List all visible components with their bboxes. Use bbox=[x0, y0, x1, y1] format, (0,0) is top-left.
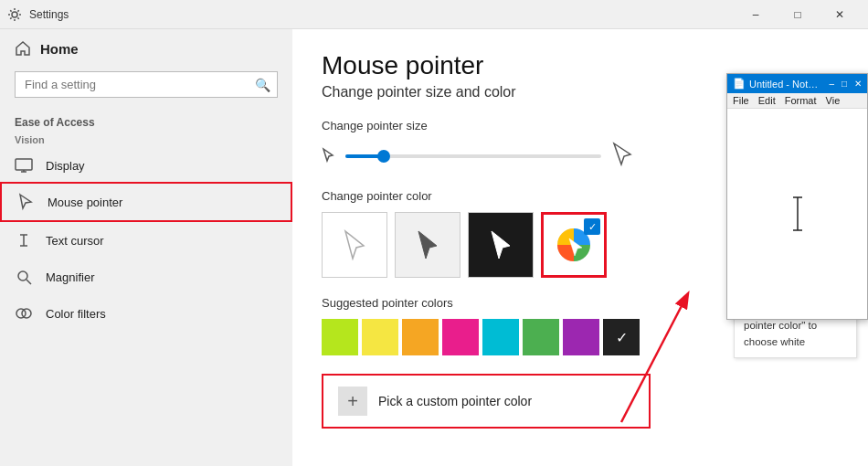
maximize-btn[interactable]: □ bbox=[777, 0, 819, 29]
search-icon: 🔍 bbox=[255, 78, 270, 92]
selected-color-indicator: ✓ bbox=[603, 319, 640, 355]
swatch-custom[interactable]: ✓ bbox=[541, 212, 607, 278]
custom-selected-check: ✓ bbox=[584, 218, 600, 235]
sidebar-home[interactable]: Home bbox=[0, 29, 292, 68]
sidebar-item-magnifier[interactable]: Magnifier bbox=[0, 259, 292, 295]
svg-line-8 bbox=[26, 280, 31, 284]
notepad-title: Untitled - Notepad bbox=[749, 79, 821, 90]
display-icon bbox=[15, 158, 33, 173]
notepad-icon: 📄 bbox=[733, 78, 746, 90]
display-label: Display bbox=[46, 159, 85, 173]
vision-label: Vision bbox=[0, 132, 292, 149]
text-cursor-label: Text cursor bbox=[46, 234, 104, 248]
suggested-color-2[interactable] bbox=[362, 319, 398, 355]
search-input[interactable] bbox=[15, 71, 278, 98]
main-content: Mouse pointer Change pointer size and co… bbox=[292, 29, 868, 466]
ibeam-cursor bbox=[789, 196, 806, 232]
app-title: Settings bbox=[29, 8, 735, 21]
suggested-color-5[interactable] bbox=[482, 319, 519, 355]
search-box[interactable]: 🔍 bbox=[15, 71, 278, 98]
notepad-minimize[interactable]: – bbox=[829, 79, 834, 89]
sidebar: Home 🔍 Ease of Access Vision Display Mou… bbox=[0, 29, 292, 466]
custom-color-label: Pick a custom pointer color bbox=[378, 394, 532, 408]
suggested-color-1[interactable] bbox=[322, 319, 358, 355]
notepad-menu-view[interactable]: Vie bbox=[826, 95, 841, 106]
mouse-pointer-icon bbox=[16, 193, 35, 211]
swatch-white[interactable] bbox=[322, 212, 387, 278]
notepad-menu-edit[interactable]: Edit bbox=[758, 95, 776, 106]
swatch-black[interactable] bbox=[468, 212, 534, 278]
sidebar-item-mouse-pointer[interactable]: Mouse pointer bbox=[0, 182, 292, 222]
close-btn[interactable]: ✕ bbox=[819, 0, 861, 29]
notepad-maximize[interactable]: □ bbox=[842, 79, 847, 89]
size-slider-track[interactable] bbox=[345, 154, 601, 158]
color-filters-label: Color filters bbox=[46, 307, 106, 321]
notepad-menu-file[interactable]: File bbox=[733, 95, 749, 106]
sidebar-item-text-cursor[interactable]: Text cursor bbox=[0, 222, 292, 259]
sidebar-item-display[interactable]: Display bbox=[0, 149, 292, 182]
svg-point-0 bbox=[12, 12, 17, 17]
app-container: Home 🔍 Ease of Access Vision Display Mou… bbox=[0, 29, 868, 466]
mouse-pointer-label: Mouse pointer bbox=[48, 196, 122, 209]
svg-point-7 bbox=[18, 271, 27, 281]
notepad-menu-format[interactable]: Format bbox=[785, 95, 817, 106]
magnifier-icon bbox=[15, 268, 33, 286]
home-icon bbox=[15, 40, 31, 57]
settings-icon bbox=[7, 7, 22, 22]
large-pointer-icon bbox=[612, 142, 632, 171]
section-label: Ease of Access bbox=[0, 109, 292, 132]
magnifier-label: Magnifier bbox=[46, 270, 94, 284]
notepad-titlebar: 📄 Untitled - Notepad – □ ✕ bbox=[727, 74, 867, 93]
color-filters-icon bbox=[15, 304, 33, 323]
notepad-window[interactable]: 📄 Untitled - Notepad – □ ✕ File Edit For… bbox=[726, 73, 868, 320]
title-bar: Settings – □ ✕ bbox=[0, 0, 868, 29]
text-cursor-icon bbox=[15, 231, 33, 249]
suggested-color-3[interactable] bbox=[402, 319, 439, 355]
swatch-light[interactable] bbox=[395, 212, 460, 278]
notepad-menubar: File Edit Format Vie bbox=[727, 93, 867, 109]
svg-point-10 bbox=[22, 309, 31, 318]
text-cursor-area bbox=[731, 112, 863, 315]
suggested-color-6[interactable] bbox=[523, 319, 559, 355]
suggested-color-7[interactable] bbox=[563, 319, 599, 355]
plus-icon: + bbox=[338, 387, 367, 416]
notepad-body[interactable] bbox=[727, 109, 867, 319]
slider-thumb[interactable] bbox=[377, 150, 390, 163]
suggested-color-4[interactable] bbox=[442, 319, 479, 355]
custom-color-button[interactable]: + Pick a custom pointer color bbox=[322, 374, 651, 429]
minimize-btn[interactable]: – bbox=[735, 0, 777, 29]
notepad-close[interactable]: ✕ bbox=[854, 79, 862, 89]
svg-rect-1 bbox=[16, 159, 32, 170]
small-pointer-icon bbox=[322, 147, 334, 166]
selected-check: ✓ bbox=[616, 329, 628, 346]
window-controls: – □ ✕ bbox=[735, 0, 861, 29]
sidebar-item-color-filters[interactable]: Color filters bbox=[0, 295, 292, 332]
